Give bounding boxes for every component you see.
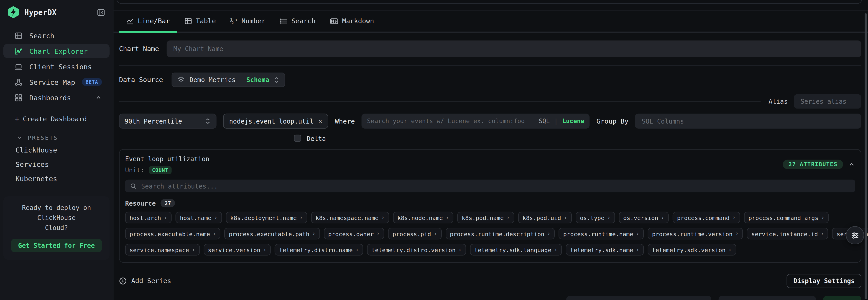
sidebar-item-service-map[interactable]: Service Map BETA <box>3 75 110 89</box>
attribute-chip-label: telemetry.sdk.version <box>652 246 725 253</box>
attribute-chip[interactable]: process.runtime.name› <box>559 228 644 239</box>
sidebar-item-search[interactable]: Search <box>3 28 110 43</box>
attribute-chip[interactable]: service.namespace› <box>125 244 199 255</box>
preset-services[interactable]: Services <box>0 157 113 172</box>
sidebar-collapse-icon[interactable] <box>97 8 105 16</box>
chart-options-floating-button[interactable] <box>846 226 864 244</box>
attribute-chip[interactable]: telemetry.distro.name› <box>275 244 363 255</box>
attribute-chip-label: telemetry.sdk.name <box>570 246 633 253</box>
series-alias-input[interactable] <box>794 94 861 109</box>
attribute-chip-label: process.runtime.version <box>652 230 733 237</box>
data-source-value: Demo Metrics <box>190 76 242 84</box>
attribute-chip[interactable]: process.executable.path› <box>224 228 320 239</box>
chart-preview-bottom-edge <box>116 0 863 4</box>
chevron-right-icon: › <box>554 247 558 253</box>
preset-kubernetes[interactable]: Kubernetes <box>0 172 113 186</box>
data-source-select[interactable]: Demo Metrics Schema <box>172 73 285 87</box>
delta-checkbox[interactable] <box>294 135 301 142</box>
attribute-chip[interactable]: process.command_args› <box>744 212 829 223</box>
attribute-chip[interactable]: process.runtime.version› <box>648 228 743 239</box>
chevron-right-icon: › <box>192 247 195 253</box>
attribute-chip[interactable]: host.arch› <box>125 212 172 223</box>
sidebar-item-client-sessions[interactable]: Client Sessions <box>3 59 110 74</box>
metric-name: nodejs.event_loop.util <box>229 117 313 125</box>
attribute-chip[interactable]: k8s.namespace.name› <box>311 212 389 223</box>
attribute-chip[interactable]: k8s.node.name› <box>393 212 454 223</box>
tab-table[interactable]: Table <box>177 10 223 31</box>
tab-label: Markdown <box>342 17 374 25</box>
metric-field-chip[interactable]: nodejs.event_loop.util ✕ <box>223 113 328 129</box>
chevron-up-icon[interactable] <box>848 161 855 168</box>
aggregation-select[interactable]: 90th Percentile <box>119 113 217 129</box>
attribute-chip[interactable]: telemetry.distro.version› <box>367 244 466 255</box>
create-dashboard-button[interactable]: + Create Dashboard <box>0 112 113 126</box>
attribute-chip-row: service.namespace›service.version›teleme… <box>125 244 855 255</box>
sidebar-item-chart-explorer[interactable]: Chart Explorer <box>3 44 110 58</box>
chevron-right-icon: › <box>564 215 567 221</box>
chevron-up-icon[interactable] <box>95 94 102 101</box>
get-started-button[interactable]: Get Started for Free <box>11 239 102 252</box>
chevron-right-icon: › <box>300 215 303 221</box>
resource-count-badge: 27 <box>161 199 175 207</box>
where-search-box[interactable]: SQL | Lucene <box>362 113 590 129</box>
run-button[interactable]: Run <box>824 296 861 300</box>
attribute-chip[interactable]: k8s.pod.name› <box>457 212 514 223</box>
tab-line-bar[interactable]: Line/Bar <box>119 10 177 31</box>
dashboards-icon <box>14 93 23 102</box>
attribute-search-box[interactable] <box>125 180 855 192</box>
sql-toggle[interactable]: SQL <box>539 117 550 125</box>
attribute-chip[interactable]: host.name› <box>176 212 222 223</box>
presets-header[interactable]: PRESETS <box>0 131 113 143</box>
data-source-label: Data Source <box>119 76 163 84</box>
presets-label: PRESETS <box>28 134 58 141</box>
tab-markdown[interactable]: Markdown <box>323 10 381 31</box>
vertical-scrollbar[interactable] <box>865 13 867 299</box>
attribute-chip[interactable]: telemetry.sdk.version› <box>648 244 736 255</box>
chevron-right-icon: › <box>728 247 732 253</box>
chevron-right-icon: › <box>636 247 640 253</box>
panel-header-right: 27 ATTRIBUTES <box>783 160 855 169</box>
attribute-chip[interactable]: process.command› <box>673 212 740 223</box>
where-input[interactable] <box>367 113 534 129</box>
sidebar-item-dashboards[interactable]: Dashboards <box>3 90 110 105</box>
promo-text: Ready to deploy on ClickHouseCloud? <box>8 203 105 233</box>
sidebar-item-label: Dashboards <box>29 93 89 102</box>
attribute-chip[interactable]: os.type› <box>576 212 615 223</box>
attribute-chip[interactable]: k8s.deployment.name› <box>226 212 307 223</box>
attribute-chip[interactable]: service.version› <box>203 244 271 255</box>
panel-header: Event loop utilization Unit: COUNT 27 AT… <box>125 155 855 174</box>
schema-toggle[interactable]: Schema <box>246 76 269 84</box>
tab-search[interactable]: Search <box>273 10 323 31</box>
close-icon[interactable]: ✕ <box>318 117 322 125</box>
chart-name-label: Chart Name <box>119 45 159 53</box>
add-series-button[interactable]: Add Series <box>119 277 171 285</box>
attribute-chip[interactable]: process.pid› <box>388 228 441 239</box>
attribute-chip-label: os.type <box>580 214 604 221</box>
lucene-toggle[interactable]: Lucene <box>562 117 584 125</box>
plus-icon: + <box>15 115 19 123</box>
resource-group-label: Resource <box>125 199 156 207</box>
attribute-search-input[interactable] <box>141 182 850 190</box>
chevron-right-icon: › <box>735 230 739 237</box>
metric-attributes-panel: Event loop utilization Unit: COUNT 27 AT… <box>119 149 861 263</box>
attribute-chip-row: host.arch›host.name›k8s.deployment.name›… <box>125 212 855 223</box>
display-settings-button[interactable]: Display Settings <box>787 274 861 288</box>
attribute-chip[interactable]: os.version› <box>619 212 669 223</box>
tab-number[interactable]: ½³ Number <box>223 10 273 31</box>
editor-content: Chart Name Data Source Demo Metrics Sche… <box>114 40 868 300</box>
series-footer-row: Add Series Display Settings <box>119 274 861 288</box>
time-range-picker[interactable]: Mar 2 12:47:01 - Mar 2 13:47:01 <box>566 296 712 300</box>
chart-name-input[interactable] <box>167 40 861 57</box>
group-by-input[interactable] <box>635 113 861 129</box>
attribute-chip[interactable]: process.executable.name› <box>125 228 220 239</box>
attribute-chip[interactable]: telemetry.sdk.name› <box>566 244 644 255</box>
attribute-chip[interactable]: service.instance.id› <box>747 228 828 239</box>
granularity-select[interactable]: Auto Granularity <box>719 296 816 300</box>
attribute-chip[interactable]: process.owner› <box>324 228 384 239</box>
sidebar-item-label: Search <box>29 31 102 39</box>
attribute-chip[interactable]: telemetry.sdk.language› <box>470 244 562 255</box>
attribute-chip-label: service.namespace <box>130 246 189 253</box>
attribute-chip[interactable]: process.runtime.description› <box>445 228 555 239</box>
attribute-chip[interactable]: k8s.pod.uid› <box>518 212 571 223</box>
preset-clickhouse[interactable]: ClickHouse <box>0 143 113 157</box>
